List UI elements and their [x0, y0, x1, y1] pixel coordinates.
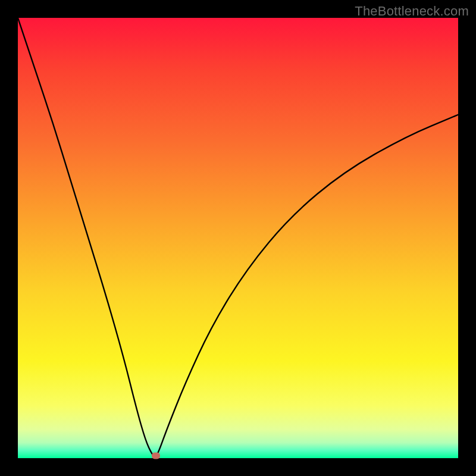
curve-svg — [18, 18, 458, 458]
watermark-text: TheBottleneck.com — [355, 4, 469, 19]
plot-area — [18, 18, 458, 458]
minimum-marker — [152, 453, 160, 459]
chart-stage: TheBottleneck.com — [0, 0, 476, 476]
bottleneck-curve-path — [18, 18, 458, 456]
